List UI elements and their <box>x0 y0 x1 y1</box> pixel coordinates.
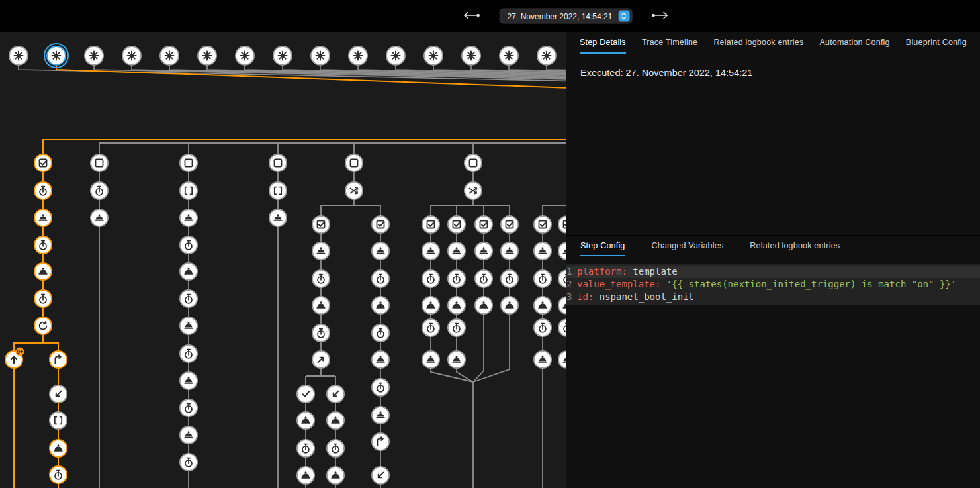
trace-node-shuffle[interactable] <box>345 182 363 199</box>
trace-node-timer[interactable] <box>558 319 566 336</box>
trace-node-service[interactable] <box>534 242 551 260</box>
trace-node-timer[interactable] <box>34 182 52 199</box>
trace-node-asterisk[interactable] <box>273 46 292 65</box>
trace-node-service[interactable] <box>297 412 314 429</box>
trace-node-timer[interactable] <box>372 379 389 396</box>
trace-node-service[interactable] <box>475 242 492 260</box>
trace-node-asterisk[interactable] <box>160 46 179 65</box>
trace-node-timer[interactable] <box>372 324 389 342</box>
trace-node-service[interactable] <box>312 242 330 260</box>
trace-node-service[interactable] <box>312 297 330 314</box>
trace-node-timer[interactable] <box>558 270 566 287</box>
trace-node-timer[interactable] <box>297 440 314 457</box>
trace-node-service[interactable] <box>475 297 492 314</box>
trace-node-asterisk[interactable] <box>236 46 254 65</box>
trace-node-shuffle[interactable] <box>465 182 482 199</box>
trace-node-asterisk[interactable] <box>311 46 330 65</box>
trace-node-timer[interactable] <box>180 345 197 362</box>
trace-node-timer[interactable] <box>422 319 439 336</box>
trace-node-timer[interactable] <box>34 236 52 254</box>
trace-node-service[interactable] <box>372 351 389 368</box>
trace-node-timer[interactable] <box>448 270 465 287</box>
trace-node-service[interactable] <box>180 317 197 334</box>
trace-node-service[interactable] <box>558 297 566 314</box>
tab-blueprint-config[interactable]: Blueprint Config <box>906 32 967 54</box>
prev-trace-button[interactable] <box>461 9 482 23</box>
trace-node-timer[interactable] <box>534 270 551 287</box>
trace-node-checkbox-off[interactable] <box>269 154 287 171</box>
trace-node-check-bold[interactable] <box>297 385 314 403</box>
trace-node-service[interactable] <box>34 263 52 280</box>
tab-related-logbook-entries[interactable]: Related logbook entries <box>713 32 803 54</box>
trace-node-service[interactable] <box>558 242 566 260</box>
trace-node-asterisk[interactable] <box>462 46 480 65</box>
trace-node-timer[interactable] <box>180 399 197 416</box>
trace-node-asterisk[interactable] <box>537 46 556 65</box>
tab-step-config[interactable]: Step Config <box>580 236 625 256</box>
trace-node-service[interactable] <box>558 351 566 368</box>
next-trace-button[interactable] <box>649 9 671 23</box>
trace-node-timer[interactable] <box>312 270 330 287</box>
trace-node-checkbox-off[interactable] <box>345 154 363 171</box>
trace-node-service[interactable] <box>50 440 67 457</box>
trace-node-checkbox-on[interactable] <box>448 216 465 233</box>
trace-node-brackets[interactable] <box>180 182 197 199</box>
trace-node-arrow-bottom-left[interactable] <box>50 385 67 403</box>
trace-node-checkbox-off[interactable] <box>465 154 482 171</box>
trace-node-asterisk[interactable] <box>349 46 367 65</box>
trace-node-service[interactable] <box>448 351 465 368</box>
trace-node-service[interactable] <box>448 242 465 260</box>
trace-node-asterisk[interactable] <box>9 46 28 65</box>
trace-node-checkbox-on[interactable] <box>312 216 330 233</box>
trace-node-arrow-top-right[interactable] <box>312 351 330 368</box>
trace-node-arrow-bottom-left[interactable] <box>327 385 344 403</box>
trace-node-timer[interactable] <box>34 290 52 307</box>
tab-trace-timeline[interactable]: Trace Timeline <box>642 32 697 54</box>
trace-node-timer[interactable] <box>422 270 439 287</box>
trace-node-service[interactable] <box>34 209 52 226</box>
trace-node-service[interactable] <box>180 372 197 389</box>
trace-node-asterisk[interactable] <box>386 46 405 65</box>
trace-node-timer[interactable] <box>180 236 197 254</box>
trace-date-select[interactable]: 27. November 2022, 14:54:21 <box>500 9 633 24</box>
trace-node-timer[interactable] <box>534 319 551 336</box>
trace-node-arrow-decision[interactable] <box>372 433 389 450</box>
trace-node-asterisk[interactable] <box>500 46 518 65</box>
trace-node-timer[interactable] <box>50 466 67 483</box>
trace-node-asterisk[interactable] <box>44 44 68 68</box>
trace-node-asterisk[interactable] <box>198 46 216 65</box>
trace-node-service[interactable] <box>501 242 518 260</box>
trace-node-service[interactable] <box>534 297 551 314</box>
trace-node-timer[interactable] <box>501 270 518 287</box>
trace-node-asterisk[interactable] <box>424 46 443 65</box>
trace-node-checkbox-on[interactable] <box>558 216 566 233</box>
tab-automation-config[interactable]: Automation Config <box>819 32 889 54</box>
trace-node-timer[interactable] <box>475 270 492 287</box>
trace-node-service[interactable] <box>327 467 344 484</box>
trace-node-timer[interactable] <box>180 290 197 307</box>
trace-node-asterisk[interactable] <box>85 46 103 65</box>
trace-node-service[interactable] <box>297 467 314 484</box>
trace-node-checkbox-on[interactable] <box>501 216 518 233</box>
trace-node-service[interactable] <box>180 209 197 226</box>
trace-node-service[interactable] <box>372 297 389 314</box>
trace-node-service[interactable] <box>501 297 518 314</box>
tab-related-logbook-entries[interactable]: Related logbook entries <box>750 236 840 256</box>
trace-node-timer[interactable] <box>180 454 197 471</box>
trace-node-service[interactable] <box>448 297 465 314</box>
trace-node-brackets[interactable] <box>50 412 67 429</box>
trace-node-timer[interactable] <box>91 182 108 199</box>
trace-node-service[interactable] <box>534 351 551 368</box>
trace-node-repeat[interactable] <box>34 317 52 334</box>
trace-node-checkbox-on[interactable] <box>534 216 551 233</box>
trace-node-service[interactable] <box>372 407 389 424</box>
trace-node-checkbox-off[interactable] <box>91 154 108 171</box>
trace-node-service[interactable] <box>91 209 108 226</box>
trace-node-timer[interactable] <box>327 440 344 457</box>
tab-changed-variables[interactable]: Changed Variables <box>652 236 724 256</box>
trace-node-checkbox-on[interactable] <box>372 216 389 233</box>
tab-step-details[interactable]: Step Details <box>580 32 626 54</box>
trace-node-checkbox-off[interactable] <box>180 154 197 171</box>
trace-node-service[interactable] <box>180 263 197 280</box>
trace-node-brackets[interactable] <box>269 182 287 199</box>
